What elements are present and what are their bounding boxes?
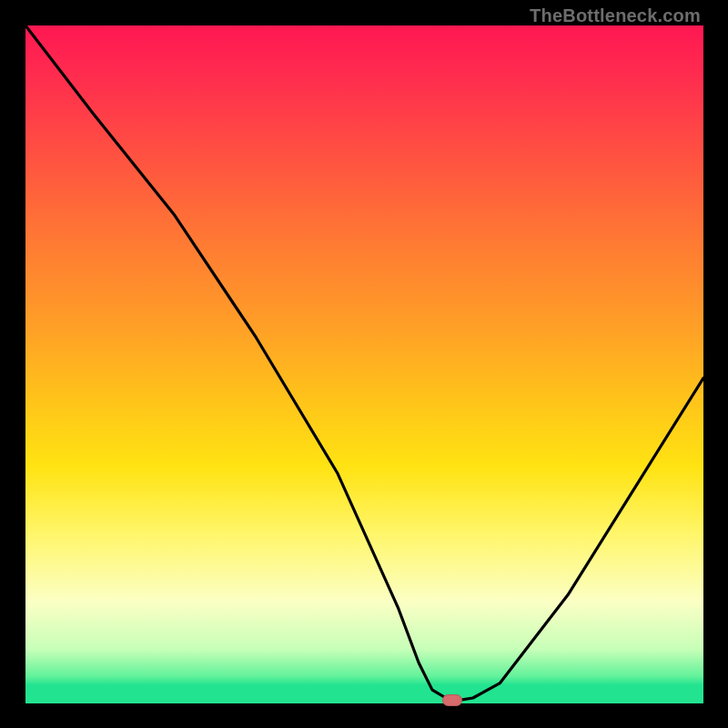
minimum-marker: [442, 694, 462, 706]
curve-path: [25, 25, 703, 700]
chart-frame: TheBottleneck.com: [0, 0, 728, 728]
bottleneck-curve: [25, 25, 703, 703]
watermark-text: TheBottleneck.com: [530, 5, 701, 26]
